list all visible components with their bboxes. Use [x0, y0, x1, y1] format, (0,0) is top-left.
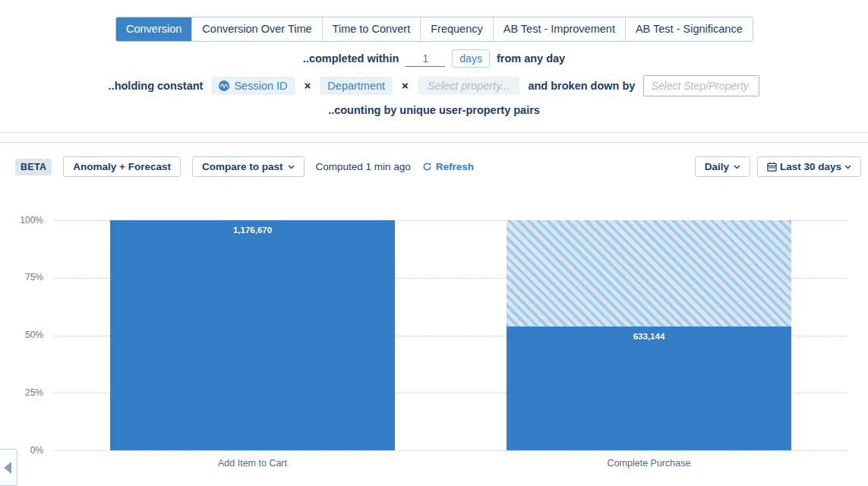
refresh-icon: [422, 162, 432, 172]
compare-to-past-label: Compare to past: [202, 161, 283, 172]
calendar-icon: [767, 162, 777, 172]
funnel-dropoff-segment[interactable]: [507, 220, 791, 327]
toolbar-left-group: BETA Anomaly + Forecast Compare to past …: [15, 156, 474, 177]
refresh-label: Refresh: [436, 161, 474, 172]
funnel-analysis-page: ConversionConversion Over TimeTime to Co…: [0, 0, 868, 486]
funnel-bar-complete-purchase[interactable]: [507, 327, 791, 450]
tab-time-to-convert[interactable]: Time to Convert: [322, 17, 421, 41]
toolbar-right-group: Daily Last 30 days: [695, 156, 861, 177]
gridline: [53, 450, 847, 451]
remove-property-icon[interactable]: ×: [401, 80, 409, 91]
held-property-label: Department: [327, 80, 385, 92]
holding-constant-label: ..holding constant: [109, 80, 204, 92]
chevron-down-icon: [288, 165, 295, 169]
section-divider-top: [0, 132, 868, 133]
holding-constant-row: ..holding constant Session ID×Department…: [0, 75, 868, 96]
held-property-label: Session ID: [234, 80, 287, 92]
tab-ab-test-improvement[interactable]: AB Test - Improvement: [493, 17, 625, 41]
held-properties: Session ID×Department×: [211, 77, 409, 95]
section-divider-bottom: [0, 142, 868, 143]
y-axis-tick: 75%: [0, 273, 43, 282]
counting-by-label: ..counting by unique user-property pairs: [328, 104, 540, 116]
tab-bar: ConversionConversion Over TimeTime to Co…: [115, 17, 753, 42]
from-any-day-label: from any day: [497, 52, 565, 65]
held-property-chip-session-id[interactable]: Session ID: [211, 77, 295, 95]
broken-down-by-label: and broken down by: [528, 80, 635, 92]
collapse-panel-button[interactable]: [0, 449, 17, 486]
held-property-chip-department[interactable]: Department: [320, 77, 393, 95]
refresh-button[interactable]: Refresh: [422, 161, 474, 172]
window-unit-button[interactable]: days: [452, 49, 490, 68]
remove-property-icon[interactable]: ×: [304, 80, 312, 91]
counting-by-row: ..counting by unique user-property pairs: [0, 102, 868, 118]
x-axis-label: Add Item to Cart: [110, 458, 395, 469]
select-property-chip[interactable]: Select property...: [418, 77, 520, 95]
funnel-chart: 100%75%50%25%0%1,176,670Add Item to Cart…: [0, 0, 868, 486]
daterange-select-button[interactable]: Last 30 days: [757, 156, 861, 177]
y-axis-tick: 50%: [0, 330, 43, 340]
compare-to-past-button[interactable]: Compare to past: [192, 156, 305, 177]
funnel-bar-add-item-to-cart[interactable]: [110, 220, 395, 450]
tab-conversion-over-time[interactable]: Conversion Over Time: [191, 17, 321, 41]
anomaly-forecast-label: Anomaly + Forecast: [73, 161, 171, 172]
chart-toolbar: BETA Anomaly + Forecast Compare to past …: [0, 156, 868, 177]
tab-frequency[interactable]: Frequency: [420, 17, 493, 41]
y-axis-tick: 25%: [0, 388, 43, 398]
beta-badge: BETA: [15, 159, 52, 175]
left-triangle-icon: [4, 462, 11, 474]
tab-conversion[interactable]: Conversion: [116, 17, 191, 41]
computed-timestamp: Computed 1 min ago: [316, 161, 411, 172]
chevron-down-icon: [734, 165, 740, 169]
daterange-label: Last 30 days: [780, 161, 841, 172]
interval-label: Daily: [705, 161, 729, 172]
breakdown-step-input[interactable]: [643, 75, 759, 96]
x-axis-label: Complete Purchase: [507, 458, 791, 469]
tab-ab-test-significance[interactable]: AB Test - Significance: [625, 17, 753, 41]
completed-within-label: ..completed within: [303, 52, 399, 65]
completed-within-row: ..completed within days from any day: [0, 49, 868, 68]
amplitude-logo-icon: [219, 80, 229, 91]
anomaly-forecast-button[interactable]: Anomaly + Forecast: [63, 156, 181, 177]
conversion-window-input[interactable]: [406, 51, 445, 67]
chevron-down-icon: [844, 165, 851, 169]
y-axis-tick: 100%: [0, 216, 43, 226]
interval-select-button[interactable]: Daily: [695, 156, 750, 177]
